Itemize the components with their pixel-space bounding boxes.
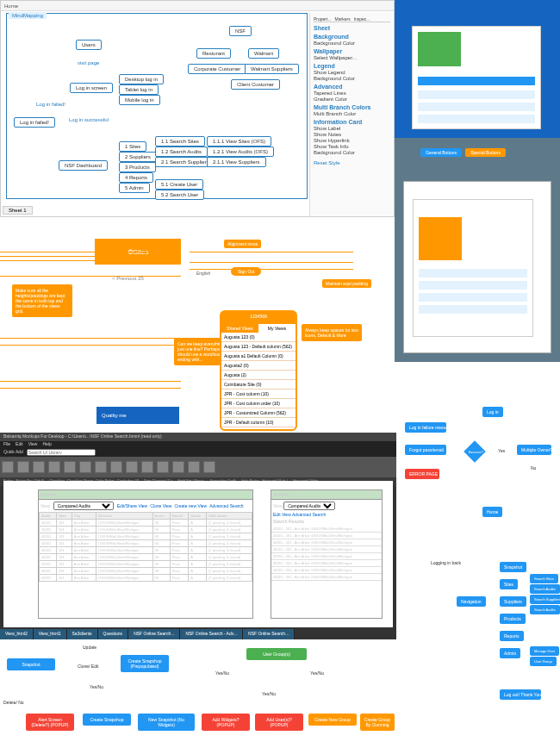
- table-row[interactable]: 40001501Ann ArborUS/US/Mid-West/Michigan…: [40, 527, 252, 533]
- tapered-lines[interactable]: Tapered Lines: [314, 90, 390, 96]
- ui-library[interactable]: [0, 457, 396, 477]
- signout-btn[interactable]: Sign Out: [231, 267, 261, 276]
- col-header[interactable]: CAR status: [206, 513, 252, 520]
- node-s111[interactable]: 1.1.1 View Sites (OFS): [207, 136, 271, 146]
- result-row[interactable]: 40001 - 501 - Ann Arbor \US/US/Mid-West/…: [271, 574, 382, 581]
- show-notes[interactable]: Show Notes: [314, 132, 390, 137]
- ui-library-item[interactable]: [33, 461, 45, 473]
- menu-bar[interactable]: FileEditViewHelp: [0, 441, 396, 448]
- special-buttons[interactable]: Special Buttons: [465, 148, 506, 157]
- view-select-2[interactable]: Compared Audits: [283, 502, 335, 510]
- menu-item[interactable]: Edit: [16, 441, 23, 448]
- view-link[interactable]: Edit View: [273, 512, 292, 517]
- node-s51[interactable]: 5.1 Create User: [155, 179, 203, 190]
- table-row[interactable]: 40001501Ann ArborUS/US/Mid-West/Michigan…: [40, 554, 252, 561]
- list-item[interactable]: Augusta2 (0): [221, 361, 296, 371]
- mindmap-canvas[interactable]: MindMapping Users visit page Log in scre…: [6, 13, 308, 199]
- menu-item[interactable]: Help: [42, 441, 51, 448]
- mockup-tab[interactable]: NSF Online Search...: [243, 629, 295, 639]
- ui-library-item[interactable]: [141, 461, 153, 473]
- tab-inspect[interactable]: Inspec...: [354, 16, 370, 22]
- ui-library-item[interactable]: [79, 461, 91, 473]
- view-link[interactable]: Create new View: [174, 503, 207, 508]
- tab-my[interactable]: My Views: [258, 324, 296, 333]
- mockup-tab[interactable]: NSF Online Search - Adv...: [180, 629, 243, 639]
- node-d2[interactable]: 2 Suppliers: [119, 152, 157, 162]
- ui-library-item[interactable]: [17, 461, 29, 473]
- show-hyperlink[interactable]: Show Hyperlink: [314, 138, 390, 143]
- node-s11[interactable]: 1.1 Search Sites: [155, 136, 205, 146]
- view-link[interactable]: Edit/Share View: [117, 503, 147, 508]
- view-link[interactable]: Clone View: [150, 503, 171, 508]
- node-d5[interactable]: 5 Admin: [119, 183, 150, 193]
- reset-style-link[interactable]: Reset Style: [314, 160, 390, 165]
- mockup-tab[interactable]: View_html2: [0, 629, 34, 639]
- node-d4[interactable]: 4 Reports: [119, 172, 153, 183]
- node-s121[interactable]: 1.2.1 View Audits (OFS): [207, 146, 274, 157]
- tab-markers[interactable]: Markers: [335, 16, 351, 22]
- table-row[interactable]: 40001501Ann ArborUS/US/Mid-West/Michigan…: [40, 568, 252, 575]
- result-row[interactable]: 40001 - 501 - Ann Arbor \US/US/Mid-West/…: [271, 560, 382, 567]
- node-s12[interactable]: 1.2 Search Audits: [155, 146, 208, 157]
- table-row[interactable]: 40001501Ann ArborUS/US/Mid-West/Michigan…: [40, 520, 252, 527]
- view-select[interactable]: Compared Audits: [53, 502, 114, 510]
- node-corp[interactable]: Corporate Customer: [188, 64, 246, 74]
- result-row[interactable]: 40001 - 501 - Ann Arbor \US/US/Mid-West/…: [271, 567, 382, 574]
- col-header[interactable]: Division: [96, 513, 152, 520]
- col-header[interactable]: Grade: [189, 513, 207, 520]
- ui-library-item[interactable]: [95, 461, 107, 473]
- node-wsup[interactable]: Walmart Suppliers: [245, 64, 299, 74]
- col-header[interactable]: Audit: [40, 513, 57, 520]
- list-item[interactable]: Augusta a1 Default Column (0): [221, 352, 296, 361]
- node-desktop[interactable]: Desktop log in: [119, 74, 164, 84]
- view-links[interactable]: Edit/Share ViewClone ViewCreate new View…: [117, 503, 244, 508]
- mbc-checkbox[interactable]: Multi Branch Color: [314, 111, 390, 116]
- node-client[interactable]: Client Customer: [231, 79, 280, 90]
- col-header[interactable]: Result: [170, 513, 189, 520]
- ui-library-item[interactable]: [203, 461, 215, 473]
- quick-add-input[interactable]: [27, 449, 96, 456]
- home-tab[interactable]: Home: [4, 3, 18, 9]
- node-users[interactable]: Users: [76, 40, 102, 50]
- ui-library-item[interactable]: [48, 461, 60, 473]
- general-buttons[interactable]: General Buttons: [420, 148, 462, 157]
- mockup-tabs[interactable]: View_html2View_html1Sa3clientsQuestionsN…: [0, 629, 396, 639]
- list-item[interactable]: Augusta 123 - Default column (562): [221, 342, 296, 352]
- ui-library-item[interactable]: [2, 461, 14, 473]
- ui-library-item[interactable]: [64, 461, 76, 473]
- node-dash[interactable]: NSF Dashboard: [59, 160, 108, 171]
- table-row[interactable]: 40001501Ann ArborUS/US/Mid-West/Michigan…: [40, 540, 252, 547]
- view-link[interactable]: Advanced Search: [292, 512, 326, 517]
- node-s52[interactable]: 5.2 Search User: [155, 190, 204, 200]
- mockup-tab[interactable]: View_html1: [34, 629, 67, 639]
- ui-library-item[interactable]: [157, 461, 169, 473]
- node-s211[interactable]: 2.1.1 View Suppliers: [207, 157, 266, 167]
- table-row[interactable]: 40001501Ann ArborUS/US/Mid-West/Michigan…: [40, 547, 252, 554]
- show-label[interactable]: Show Label: [314, 126, 390, 131]
- list-item[interactable]: JPR - Default column (10): [221, 418, 296, 427]
- result-row[interactable]: 40001 - 501 - Ann Arbor \US/US/Mid-West/…: [271, 546, 382, 553]
- ui-library-item[interactable]: [172, 461, 184, 473]
- node-walmart[interactable]: Walmart: [248, 48, 279, 59]
- mockup-canvas[interactable]: Audits View Compared Audits Edit/Share V…: [3, 481, 393, 627]
- col-header[interactable]: City: [72, 513, 96, 520]
- view-link[interactable]: Advanced Search: [209, 503, 243, 508]
- wallpaper-select[interactable]: Select Wallpaper...: [314, 55, 390, 60]
- col-header[interactable]: Score: [152, 513, 170, 520]
- node-rest[interactable]: Resturant: [196, 48, 231, 59]
- result-row[interactable]: 40001 - 501 - Ann Arbor \US/US/Mid-West/…: [271, 533, 382, 539]
- tab-properties[interactable]: Propert...: [314, 16, 332, 22]
- table-row[interactable]: 40001501Ann ArborUS/US/Mid-West/Michigan…: [40, 533, 252, 540]
- node-login[interactable]: Log in screen: [70, 83, 113, 93]
- table-row[interactable]: 40001501Ann ArborUS/US/Mid-West/Michigan…: [40, 561, 252, 568]
- ui-library-item[interactable]: [110, 461, 122, 473]
- show-task[interactable]: Show Task Info: [314, 144, 390, 149]
- mockup-tab[interactable]: Questions: [98, 629, 129, 639]
- node-fail[interactable]: Log in failed!: [14, 117, 55, 128]
- menu-item[interactable]: View: [28, 441, 38, 448]
- list-item[interactable]: Augusta 123 (0): [221, 333, 296, 342]
- gradient-color[interactable]: Gradient Color: [314, 97, 390, 102]
- tab-shared[interactable]: Shared Views: [221, 324, 258, 333]
- result-row[interactable]: 40001 - 501 - Ann Arbor \US/US/Mid-West/…: [271, 539, 382, 546]
- node-d3[interactable]: 3 Products: [119, 162, 156, 172]
